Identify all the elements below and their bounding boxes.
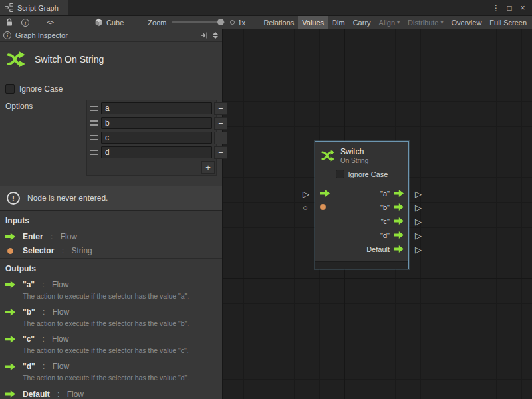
separator: : [41, 362, 47, 371]
zoom-slider[interactable] [172, 21, 225, 23]
input-entry: Enter : Flow [0, 230, 222, 244]
close-icon[interactable]: × [516, 1, 529, 15]
output-entry: "a" : Flow [0, 278, 222, 292]
ignore-case-row: Ignore Case [5, 84, 217, 94]
zoom-reset-icon [230, 20, 235, 25]
lock-icon [5, 18, 13, 27]
remove-option-button[interactable]: − [214, 117, 227, 130]
flow-connect-triangle-icon[interactable]: ▷ [303, 189, 309, 198]
node-port-label: Default [366, 245, 390, 253]
port-name: Default [23, 390, 50, 399]
toolbar-button-overview[interactable]: Overview [448, 16, 486, 29]
zoom-reset-button[interactable]: 1x [230, 19, 245, 27]
flow-port-icon [5, 281, 15, 289]
option-row: − [88, 145, 215, 160]
selector-port-icon[interactable] [320, 204, 326, 210]
flow-connect-triangle-icon[interactable]: ▷ [415, 203, 422, 211]
node-port-label: "b" [380, 203, 390, 211]
output-port-icon[interactable] [394, 190, 404, 197]
zoom-slider-handle[interactable] [217, 19, 224, 25]
tab-script-graph[interactable]: Script Graph [0, 0, 68, 15]
window-menu-icon[interactable]: ⋮ [489, 1, 503, 15]
toolbar-button-distribute[interactable]: Distribute ▾ [404, 16, 447, 29]
drag-handle-icon[interactable] [90, 120, 98, 126]
options-field: Options − − − [5, 100, 217, 176]
inspector-toggle-button[interactable]: i [17, 16, 33, 29]
output-port-icon[interactable] [394, 231, 404, 239]
scroll-spinner-icon[interactable] [212, 31, 219, 39]
port-description: The action to execute if the selector ha… [23, 292, 215, 301]
zoom-label: Zoom [148, 19, 166, 27]
warning-text: Node is never entered. [27, 194, 108, 203]
port-row: Default ▷ [315, 242, 408, 256]
node-ignore-case-checkbox[interactable] [336, 170, 344, 178]
add-option-button[interactable]: + [201, 161, 215, 174]
toolbar-button-full-screen[interactable]: Full Screen [485, 16, 531, 29]
ignore-case-label: Ignore Case [19, 84, 63, 94]
output-port-icon[interactable] [394, 217, 404, 225]
ignore-case-checkbox[interactable] [5, 84, 15, 94]
toolbar-button-dim[interactable]: Dim [328, 16, 349, 29]
node-properties: Ignore Case Options − − − [0, 78, 222, 180]
enter-port-icon[interactable] [320, 190, 330, 197]
flow-port-icon [5, 390, 15, 398]
output-port-icon[interactable] [394, 245, 404, 253]
toolbar-button-carry[interactable]: Carry [349, 16, 375, 29]
drag-handle-icon[interactable] [90, 150, 98, 155]
separator: : [59, 246, 66, 255]
inspector-header: i Graph Inspector [0, 29, 222, 42]
port-name: Enter [23, 232, 43, 241]
flow-connect-triangle-icon[interactable]: ▷ [415, 231, 422, 239]
option-input[interactable] [101, 146, 212, 158]
switch-icon [6, 49, 26, 69]
value-connect-circle-icon[interactable]: ○ [303, 203, 308, 211]
cube-icon [94, 18, 103, 27]
lock-button[interactable] [1, 16, 17, 29]
chevron-down-icon: ▾ [441, 19, 444, 25]
output-entry: "c" : Flow [0, 332, 222, 346]
remove-option-button[interactable]: − [214, 132, 227, 144]
info-icon: i [21, 19, 29, 27]
option-input[interactable] [101, 117, 212, 129]
port-type: Flow [67, 390, 84, 399]
node-ports: ▷ "a" ▷ ○ "b" ▷ "c" [315, 182, 408, 261]
graph-canvas[interactable]: Switch On String Ignore Case ▷ "a" ▷ ○ [223, 29, 532, 399]
dock-inspector-icon[interactable] [200, 31, 208, 39]
port-name: "b" [23, 307, 35, 317]
output-entry: "b" : Flow [0, 305, 222, 319]
inputs-section-header: Inputs [0, 211, 222, 230]
flow-connect-triangle-icon[interactable]: ▷ [415, 217, 422, 225]
toolbar-button-values[interactable]: Values [298, 16, 328, 29]
button-label: Dim [332, 19, 345, 27]
button-label: Full Screen [489, 19, 527, 27]
port-row: ○ "b" ▷ [315, 200, 408, 214]
remove-option-button[interactable]: − [214, 146, 227, 159]
flow-port-icon [5, 363, 15, 370]
output-port-icon[interactable] [394, 203, 404, 211]
separator: : [55, 390, 62, 399]
node-title: Switch [340, 147, 368, 156]
code-view-button[interactable]: <> [43, 16, 57, 29]
options-list: − − − − + [86, 100, 217, 176]
option-row: − [88, 101, 215, 116]
option-input[interactable] [101, 132, 212, 144]
drag-handle-icon[interactable] [90, 106, 98, 111]
maximize-icon[interactable]: □ [503, 1, 516, 15]
separator: : [49, 232, 55, 241]
options-label: Options [5, 100, 33, 111]
flow-connect-triangle-icon[interactable]: ▷ [415, 189, 422, 198]
inspector-header-title: Graph Inspector [15, 31, 68, 39]
page-title: Switch On String [35, 54, 104, 65]
flow-connect-triangle-icon[interactable]: ▷ [415, 245, 422, 253]
toolbar-button-relations[interactable]: Relations [259, 16, 298, 29]
drag-handle-icon[interactable] [90, 135, 98, 140]
graph-object-label: Cube [106, 19, 124, 27]
graph-object-selector[interactable]: Cube [90, 16, 128, 29]
toolbar-button-align[interactable]: Align ▾ [375, 16, 404, 29]
chevron-down-icon: ▾ [397, 19, 400, 25]
port-name: "d" [23, 362, 35, 371]
remove-option-button[interactable]: − [214, 102, 227, 115]
switch-on-string-node[interactable]: Switch On String Ignore Case ▷ "a" ▷ ○ [315, 141, 409, 269]
option-input[interactable] [101, 102, 212, 114]
value-port-icon [7, 248, 13, 254]
